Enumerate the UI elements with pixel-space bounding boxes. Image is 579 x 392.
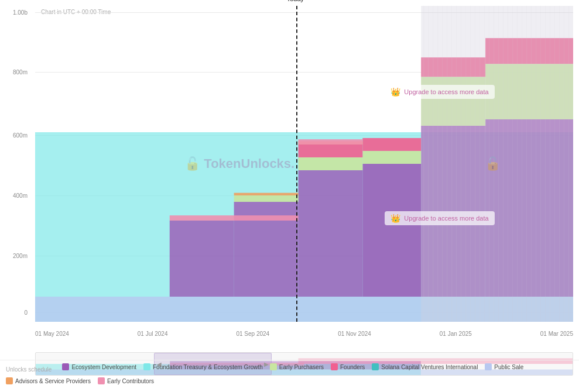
- legend-item-public: Public Sale: [485, 363, 523, 370]
- upgrade-overlay-bottom[interactable]: 👑 Upgrade to access more data: [385, 211, 494, 225]
- x-label-nov: 01 Nov 2024: [338, 331, 371, 342]
- svg-rect-14: [299, 145, 363, 157]
- y-label-600m: 600m: [13, 132, 28, 139]
- legend-item-solana: Solana Capital Ventures International: [372, 363, 478, 370]
- upgrade-overlay-top[interactable]: 👑 Upgrade to access more data: [385, 85, 494, 99]
- svg-rect-21: [299, 139, 363, 145]
- y-label-1b: 1.00b: [13, 9, 28, 15]
- legend-label-founders: Founders: [340, 364, 365, 370]
- legend-color-founders: [331, 363, 338, 370]
- legend-item-advisors: Advisors & Service Providers: [6, 377, 91, 384]
- y-label-400m: 400m: [13, 192, 28, 199]
- crown-icon-bottom: 👑: [390, 214, 400, 223]
- legend-color-foundation: [143, 363, 150, 370]
- legend-color-solana: [372, 363, 379, 370]
- legend-item-ecosystem: Ecosystem Development: [62, 363, 136, 370]
- x-label-may: 01 May 2024: [35, 331, 69, 342]
- legend-label-solana: Solana Capital Ventures International: [381, 364, 478, 370]
- legend-item-early-purchasers: Early Purchasers: [270, 363, 324, 370]
- x-label-jan: 01 Jan 2025: [440, 331, 472, 342]
- today-label: Today: [287, 0, 304, 2]
- legend-item-founders: Founders: [331, 363, 365, 370]
- today-line: Today: [296, 6, 297, 322]
- legend: Unlocks schedule Ecosystem Development F…: [0, 360, 579, 392]
- svg-rect-9: [234, 195, 299, 202]
- x-label-sep: 01 Sep 2024: [236, 331, 269, 342]
- chart-container: Chart in UTC + 00:00 Time 1.00b 800m 600…: [0, 0, 579, 392]
- legend-item-foundation: Foundation Treasury & Ecosystem Growth: [143, 363, 263, 370]
- legend-label-early-purchasers: Early Purchasers: [279, 364, 324, 370]
- legend-color-ecosystem: [62, 363, 69, 370]
- legend-color-early-purchasers: [270, 363, 277, 370]
- legend-color-public: [485, 363, 492, 370]
- svg-rect-5: [299, 170, 363, 297]
- legend-label-public: Public Sale: [494, 364, 523, 370]
- legend-item-early-contrib: Early Contributors: [98, 377, 154, 384]
- legend-title: Unlocks schedule: [6, 366, 52, 373]
- y-label-200m: 200m: [13, 252, 28, 259]
- svg-rect-20: [170, 215, 299, 221]
- x-axis: 01 May 2024 01 Jul 2024 01 Sep 2024 01 N…: [35, 331, 573, 342]
- svg-rect-24: [421, 6, 573, 322]
- y-axis: 1.00b 800m 600m 400m 200m 0: [0, 6, 32, 322]
- svg-rect-6: [362, 164, 421, 297]
- legend-label-ecosystem: Ecosystem Development: [71, 364, 136, 370]
- legend-label-early-contrib: Early Contributors: [107, 378, 154, 384]
- svg-rect-11: [362, 151, 421, 164]
- crown-icon-top: 👑: [390, 87, 400, 97]
- svg-rect-18: [234, 193, 299, 195]
- x-label-mar: 01 Mar 2025: [540, 331, 573, 342]
- upgrade-msg-top-text: Upgrade to access more data: [404, 88, 488, 95]
- y-label-800m: 800m: [13, 69, 28, 75]
- y-label-0: 0: [24, 309, 28, 315]
- legend-color-advisors: [6, 377, 13, 384]
- legend-label-foundation: Foundation Treasury & Ecosystem Growth: [153, 364, 263, 370]
- svg-rect-10: [299, 157, 363, 170]
- legend-label-advisors: Advisors & Service Providers: [15, 378, 91, 384]
- svg-rect-3: [170, 221, 234, 297]
- legend-color-early-contrib: [98, 377, 105, 384]
- chart-svg: [35, 6, 573, 322]
- svg-rect-15: [362, 138, 421, 151]
- chart-area: Today 🔓 TokenUnlocks. 🔓 👑 Upgrade to acc…: [35, 6, 573, 322]
- x-label-jul: 01 Jul 2024: [138, 331, 168, 342]
- upgrade-msg-bottom-text: Upgrade to access more data: [404, 215, 488, 222]
